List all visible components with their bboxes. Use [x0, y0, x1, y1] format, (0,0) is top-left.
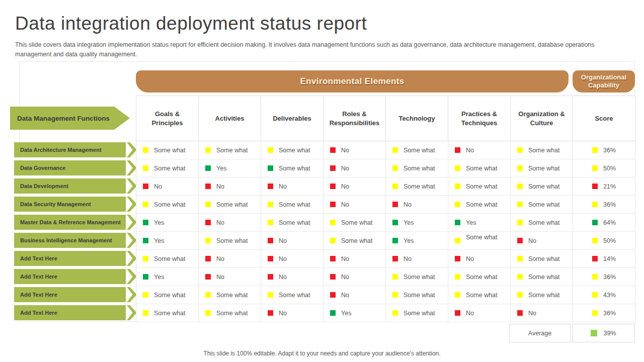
status-text: No	[404, 201, 412, 208]
status-square-icon	[592, 202, 598, 207]
status-cell: Yes	[136, 214, 199, 232]
status-text: Some what	[154, 165, 186, 172]
arrow-head-icon	[127, 269, 137, 284]
score-cell: 36%	[573, 304, 635, 322]
status-square-icon	[517, 220, 523, 225]
status-square-icon	[455, 292, 460, 298]
status-square-icon	[205, 147, 211, 153]
status-square-icon	[517, 292, 523, 298]
status-cell: Some what	[386, 286, 448, 304]
environmental-elements-banner: Environmental Elements	[136, 70, 569, 93]
status-text: No	[466, 147, 474, 154]
status-cell: Some what	[386, 159, 448, 177]
status-cell: Some what	[136, 141, 199, 159]
status-cell: Some what	[448, 177, 511, 196]
status-cell: Some what	[261, 196, 324, 214]
status-cell: Some what	[324, 214, 386, 232]
status-square-icon	[330, 184, 336, 189]
status-cell: No	[511, 304, 573, 322]
status-text: No	[216, 183, 224, 190]
status-cell: No	[324, 141, 386, 159]
status-square-icon	[143, 238, 148, 243]
status-square-icon	[517, 147, 523, 153]
status-cell: Some what	[448, 159, 511, 177]
status-text: 36%	[603, 274, 616, 281]
status-cell: Yes	[199, 159, 261, 177]
status-cell: Yes	[386, 214, 448, 232]
status-square-icon	[268, 202, 273, 207]
status-cell: Some what	[261, 214, 324, 232]
row-label-arrow: Add Text Here	[14, 287, 137, 302]
status-square-icon	[392, 292, 398, 298]
arrow-head-icon	[127, 197, 137, 212]
status-square-icon	[143, 184, 148, 189]
status-text: Some what	[466, 165, 498, 172]
status-text: Some what	[216, 237, 248, 244]
status-cell: Some what	[136, 196, 199, 214]
status-text: 64%	[603, 219, 616, 226]
status-square-icon	[592, 310, 598, 316]
status-cell: Some what	[511, 177, 573, 196]
status-square-icon	[268, 256, 273, 261]
average-value-cell: 39%	[572, 324, 635, 342]
status-cell: Some what	[136, 304, 199, 322]
status-text: Some what	[466, 201, 498, 208]
status-text: No	[466, 255, 474, 262]
status-text: No	[216, 255, 224, 262]
status-text: No	[279, 310, 287, 317]
status-square-icon	[392, 165, 398, 171]
status-cell: Some what	[136, 159, 199, 177]
status-square-icon	[592, 274, 598, 280]
score-cell: 43%	[573, 286, 635, 304]
status-text: Some what	[404, 183, 435, 190]
status-cell: No	[511, 232, 573, 250]
row-label-arrow: Data Security Management	[14, 197, 137, 212]
score-cell: 50%	[573, 159, 635, 177]
status-square-icon	[455, 220, 460, 225]
status-text: Some what	[528, 274, 560, 281]
status-cell: No	[261, 232, 324, 250]
arrow-head-icon	[127, 287, 137, 302]
status-cell: Some what	[199, 286, 261, 304]
status-cell: Some what	[511, 196, 573, 214]
status-text: No	[341, 274, 349, 281]
status-square-icon	[268, 274, 273, 280]
arrow-head-icon	[127, 178, 137, 194]
status-text: Yes	[154, 237, 164, 244]
status-cell: Some what	[261, 286, 324, 304]
status-text: No	[279, 183, 287, 190]
status-square-icon	[455, 147, 460, 153]
row-label: Add Text Here	[14, 305, 126, 320]
status-text: No	[341, 147, 349, 154]
status-cell: No	[386, 196, 448, 214]
status-cell: Some what	[448, 232, 511, 250]
status-square-icon	[392, 238, 398, 243]
status-cell: Some what	[511, 286, 573, 304]
status-table: Goals & PrinciplesActivitiesDeliverables…	[136, 96, 635, 322]
column-header-4: Roles & Responsibilities	[324, 96, 386, 141]
status-cell: No	[386, 250, 448, 268]
organizational-capability-banner: Organizational Capability	[573, 70, 635, 93]
status-text: Some what	[404, 292, 435, 299]
status-text: 21%	[603, 183, 616, 190]
status-square-icon	[330, 165, 336, 171]
status-text: Some what	[154, 255, 186, 262]
row-label-arrow: Business Intelligence Management	[14, 233, 137, 248]
status-cell: No	[199, 250, 261, 268]
status-text: No	[528, 310, 536, 317]
status-text: No	[279, 237, 287, 244]
arrow-head-icon	[127, 251, 137, 266]
status-square-icon	[517, 238, 523, 243]
average-label-cell: Average	[509, 324, 571, 342]
row-label-arrow: Master Data & Reference Management	[14, 215, 137, 230]
status-square-icon	[205, 310, 211, 316]
status-square-icon	[392, 220, 398, 225]
status-text: Some what	[154, 310, 186, 317]
slide-description: This slide covers data integration imple…	[15, 40, 628, 59]
status-text: Some what	[154, 292, 186, 299]
score-cell: 50%	[573, 232, 635, 250]
row-label: Add Text Here	[14, 251, 126, 266]
status-square-icon	[592, 165, 598, 171]
status-cell: Some what	[136, 250, 199, 268]
status-cell: Some what	[199, 196, 261, 214]
